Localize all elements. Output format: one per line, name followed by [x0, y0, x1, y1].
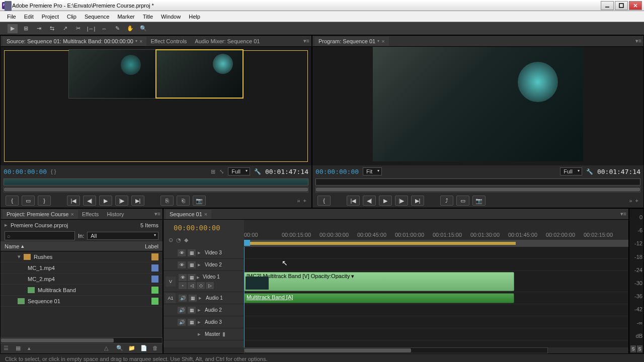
mark-out-button[interactable]: } [38, 196, 51, 206]
mark-clip-button[interactable]: ▭ [22, 196, 35, 206]
delete-icon[interactable]: 🗑 [152, 345, 159, 352]
safemargin-icon[interactable]: ⊞ [211, 168, 215, 175]
new-bin-icon[interactable]: 📁 [128, 345, 135, 352]
program-fit-dropdown[interactable]: Fit [363, 167, 382, 175]
label-swatch[interactable] [151, 287, 158, 294]
collapse-icon[interactable]: ▸ [197, 274, 200, 281]
source-tab[interactable]: Source: Sequence 01: Multitrack Band: 00… [3, 37, 146, 46]
find-icon[interactable]: 🔍 [116, 345, 123, 352]
source-zoom-dropdown[interactable]: Full [228, 167, 250, 175]
menu-edit[interactable]: Edit [20, 13, 38, 21]
zoom-slider-icon[interactable]: △ [104, 345, 111, 352]
rate-stretch-tool-icon[interactable]: ↗ [60, 24, 70, 33]
step-back-button[interactable]: ◀| [363, 196, 376, 206]
lock-icon[interactable]: ▦ [188, 274, 196, 281]
speaker-icon[interactable]: 🔊 [179, 295, 187, 302]
history-tab[interactable]: History [103, 210, 128, 219]
wrench-icon[interactable]: 🔧 [586, 168, 593, 175]
track-row-video1[interactable]: [MC2] Multitrack Band [V] Opacity:Opacit… [244, 271, 628, 292]
source-mini-timeline[interactable] [4, 178, 308, 186]
go-to-out-button[interactable]: ▶| [131, 196, 144, 206]
next-kf-icon[interactable]: ▷ [206, 282, 214, 289]
overwrite-button[interactable]: ⎗ [177, 196, 190, 206]
extract-button[interactable]: ▭ [456, 196, 469, 206]
pen-tool-icon[interactable]: ✎ [112, 24, 122, 33]
collapse-icon[interactable]: ▸ [198, 249, 201, 256]
auto-size-icon[interactable]: ▴ [28, 345, 35, 352]
list-item[interactable]: MC_2.mp4 [1, 274, 163, 285]
panel-menu-icon[interactable]: ▾≡ [303, 38, 309, 44]
maximize-button[interactable] [615, 1, 628, 10]
play-button[interactable]: ▶ [99, 196, 112, 206]
audio-mixer-tab[interactable]: Audio Mixer: Sequence 01 [191, 37, 264, 46]
collapse-icon[interactable]: ▸ [198, 331, 201, 337]
list-item[interactable]: MC_1.mp4 [1, 262, 163, 274]
eye-icon[interactable]: 👁 [179, 274, 187, 281]
razor-tool-icon[interactable]: ✂ [73, 24, 83, 33]
lock-icon[interactable]: ▦ [188, 261, 196, 268]
marker-icon[interactable]: ◆ [184, 237, 188, 243]
close-icon[interactable]: × [381, 38, 384, 44]
project-tab[interactable]: Project: Premiere Course × [3, 210, 78, 219]
panel-menu-icon[interactable]: ▾≡ [154, 211, 160, 217]
export-frame-button[interactable]: 📷 [193, 196, 206, 206]
hand-tool-icon[interactable]: ✋ [125, 24, 135, 33]
lock-icon[interactable]: ▦ [188, 249, 196, 256]
program-zoom-dropdown[interactable]: Full [560, 167, 582, 175]
track-header-video3[interactable]: 👁▦▸Video 3 [164, 247, 244, 259]
menu-sequence[interactable]: Sequence [80, 13, 114, 21]
close-icon[interactable]: × [204, 211, 207, 217]
lock-icon[interactable]: ▦ [188, 319, 196, 326]
track-header-video2[interactable]: 👁▦▸Video 2 [164, 259, 244, 271]
playhead-line[interactable] [244, 247, 245, 347]
program-mini-timeline[interactable] [315, 178, 640, 186]
timeline-playhead-timecode[interactable]: 00:00:00:00 [164, 220, 244, 236]
add-button-icon[interactable]: + [303, 198, 306, 204]
minimize-button[interactable] [601, 1, 614, 10]
close-icon[interactable]: × [139, 38, 142, 44]
add-button-icon[interactable]: + [635, 198, 638, 204]
lock-icon[interactable]: ▦ [189, 295, 197, 302]
menu-file[interactable]: File [3, 13, 20, 21]
linked-selection-icon[interactable]: ◔ [176, 237, 181, 243]
list-item[interactable]: Multitrack Band [1, 285, 163, 296]
track-row-video3[interactable] [244, 247, 628, 259]
track-header-audio1[interactable]: A1🔊▦▸Audio 1 [164, 292, 244, 304]
timeline-work-area[interactable] [244, 240, 628, 247]
program-scrollbar[interactable] [315, 187, 640, 193]
track-row-master[interactable] [244, 328, 628, 340]
list-view-icon[interactable]: ☰ [4, 345, 11, 352]
menu-title[interactable]: Title [139, 13, 157, 21]
go-to-in-button[interactable]: |◀ [67, 196, 80, 206]
timeline-ruler[interactable]: 00:00 00:00:15:00 00:00:30:00 00:00:45:0… [244, 232, 628, 240]
timeline-tab[interactable]: Sequence 01 × [166, 210, 211, 219]
menu-project[interactable]: Project [38, 13, 63, 21]
eye-icon[interactable]: 👁 [178, 249, 186, 256]
slide-tool-icon[interactable]: ↔ [99, 24, 109, 33]
more-controls-icon[interactable]: » [297, 198, 300, 204]
menu-clip[interactable]: Clip [63, 13, 80, 21]
step-forward-button[interactable]: |▶ [115, 196, 128, 206]
project-search-input[interactable] [5, 231, 75, 240]
play-button[interactable]: ▶ [379, 196, 392, 206]
project-filter-dropdown[interactable]: All [87, 232, 158, 240]
effects-tab[interactable]: Effects [78, 210, 103, 219]
output-icon[interactable]: ⤡ [219, 168, 224, 175]
step-forward-button[interactable]: |▶ [395, 196, 408, 206]
label-swatch[interactable] [151, 264, 158, 272]
speaker-icon[interactable]: 🔊 [178, 319, 186, 326]
playhead-icon[interactable] [244, 240, 250, 246]
source-monitor[interactable] [1, 47, 311, 165]
menu-marker[interactable]: Marker [113, 13, 138, 21]
add-kf-icon[interactable]: ◇ [197, 282, 205, 289]
menu-help[interactable]: Help [185, 13, 204, 21]
source-thumb-1[interactable] [69, 50, 156, 98]
lock-icon[interactable]: ▦ [188, 307, 196, 314]
menu-window[interactable]: Window [157, 13, 185, 21]
column-label[interactable]: Label [145, 243, 158, 249]
list-item[interactable]: ▾Rushes [1, 251, 163, 262]
track-target-v[interactable]: V [166, 277, 176, 287]
prev-kf-icon[interactable]: ◁ [188, 282, 196, 289]
clip-audio1[interactable]: Multitrack Band [A] [244, 293, 514, 303]
column-name[interactable]: Name ▴ [5, 243, 145, 249]
